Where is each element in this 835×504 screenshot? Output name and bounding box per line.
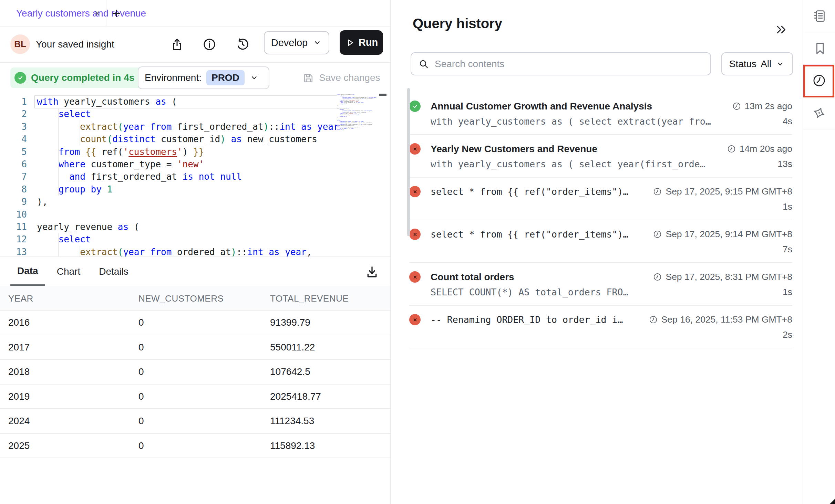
line-number: 10 [0,208,27,221]
line-number: 8 [0,183,27,196]
develop-button-label: Develop [271,37,308,49]
tab-chart[interactable]: Chart [50,257,87,286]
editor-panel: Yearly customers and revenue BL Your sav… [0,0,390,504]
query-timestamp: Sep 16, 2025, 11:53 PM GMT+8 [649,314,792,325]
query-duration: 1s [783,201,792,212]
query-duration: 2s [783,329,792,340]
query-history-item[interactable]: Annual Customer Growth and Revenue Analy… [409,92,792,135]
table-cell: 2025418.77 [270,391,321,402]
query-title: Count total orders [431,272,653,283]
query-title: -- Renaming ORDER_ID to order_id i… [431,314,649,325]
query-preview: SELECT COUNT(*) AS total_orders FRO… [431,287,783,297]
sql-code-editor[interactable]: 12345678910111213 with yearly_customers … [0,92,390,256]
rail-button-compass[interactable] [803,97,835,129]
table-cell: 111234.53 [270,416,314,427]
query-timestamp: 14m 20s ago [727,144,792,154]
query-timestamp: 13m 2s ago [732,101,792,112]
status-bar: Query completed in 4s Environment: PROD … [0,62,390,92]
indent-guide [80,120,80,146]
close-tab-icon[interactable] [90,0,105,27]
clock-small-icon [653,187,662,196]
table-cell: 0 [138,317,144,328]
query-status-badge: Query completed in 4s [10,67,142,88]
notebook-icon [812,9,826,23]
search-box[interactable] [411,52,711,75]
compass-icon [812,106,826,120]
query-timestamp: Sep 17, 2025, 9:14 PM GMT+8 [653,229,792,240]
results-panel: Data Chart Details YEAR NEW_CUSTOMERS TO… [0,256,390,504]
line-number-gutter: 12345678910111213 [0,95,27,256]
table-row[interactable]: 20250115892.13 [0,434,390,459]
bookmark-icon [812,41,826,55]
collapse-panel-icon[interactable] [775,23,789,37]
rail-button-notebook[interactable] [803,0,835,32]
avatar: BL [10,34,30,54]
status-filter-value: All [761,59,771,70]
share-icon[interactable] [169,37,185,52]
query-history-item[interactable]: Count total ordersSep 17, 2025, 8:31 PM … [409,263,792,306]
save-changes-button[interactable]: Save changes [302,69,380,87]
status-filter-dropdown[interactable]: Status All [721,52,793,75]
clock-small-icon [732,102,741,111]
environment-label: Environment: [145,72,202,83]
owner-label: Your saved insight [36,39,114,50]
run-button[interactable]: Run [340,30,383,55]
line-number: 1 [0,95,27,108]
mouse-cursor [830,499,835,504]
tab-details[interactable]: Details [92,257,135,286]
run-button-label: Run [359,37,378,48]
insight-header: BL Your saved insight Develop Run [0,27,390,62]
table-header: YEAR NEW_CUSTOMERS TOTAL_REVENUE [0,286,390,311]
line-number: 5 [0,146,27,158]
clock-icon [812,73,826,88]
query-duration: 7s [783,244,792,255]
table-row[interactable]: 2016091399.79 [0,311,390,335]
search-input[interactable] [435,59,703,70]
table-cell: 2024 [8,416,30,427]
query-timestamp: Sep 17, 2025, 8:31 PM GMT+8 [653,272,792,282]
tab-data[interactable]: Data [10,257,45,286]
column-header-total-revenue: TOTAL_REVENUE [270,293,349,304]
table-row[interactable]: 201902025418.77 [0,385,390,409]
table-cell: 0 [138,440,144,451]
status-filter-label: Status [729,59,756,70]
clock-small-icon [653,230,662,239]
query-title: Yearly New Customers and Revenue [431,144,727,155]
table-cell: 2017 [8,342,30,353]
table-cell: 0 [138,391,144,402]
query-duration: 1s [783,287,792,297]
line-number: 2 [0,108,27,120]
editor-scrollbar-thumb[interactable] [379,94,386,96]
history-scrollbar-thumb[interactable] [407,88,410,236]
new-tab-button[interactable] [107,0,125,27]
table-cell: 107642.5 [270,366,310,377]
download-icon[interactable] [364,264,380,280]
success-status-icon [409,101,421,112]
table-cell: 2016 [8,317,30,328]
column-header-new-customers: NEW_CUSTOMERS [138,293,224,304]
rail-button-bookmark[interactable] [803,32,835,65]
table-row[interactable]: 20240111234.53 [0,409,390,434]
history-icon[interactable] [235,37,250,52]
line-number: 7 [0,170,27,183]
editor-minimap[interactable]: with yearly_customers as ( select extrac… [337,93,381,256]
query-history-item[interactable]: select * from {{ ref("order_items")…Sep … [409,220,792,263]
rail-button-clock[interactable] [803,65,835,97]
clock-small-icon [727,144,736,154]
table-row[interactable]: 20170550011.22 [0,335,390,360]
clock-small-icon [653,272,662,282]
query-history-item[interactable]: Yearly New Customers and Revenue14m 20s … [409,135,792,178]
line-number: 6 [0,158,27,170]
info-icon[interactable] [202,37,217,52]
table-row[interactable]: 20180107642.5 [0,360,390,385]
error-status-icon [409,271,421,283]
table-cell: 91399.79 [270,317,310,328]
minimap-code: with yearly_customers as ( select extrac… [337,93,381,130]
error-status-icon [409,229,421,240]
results-tabs: Data Chart Details [10,257,140,286]
query-history-item[interactable]: select * from {{ ref("order_items")…Sep … [409,178,792,220]
query-history-item[interactable]: -- Renaming ORDER_ID to order_id i…Sep 1… [409,306,792,348]
environment-selector[interactable]: Environment: PROD [138,66,269,89]
table-cell: 2018 [8,366,30,377]
develop-button[interactable]: Develop [264,31,329,54]
